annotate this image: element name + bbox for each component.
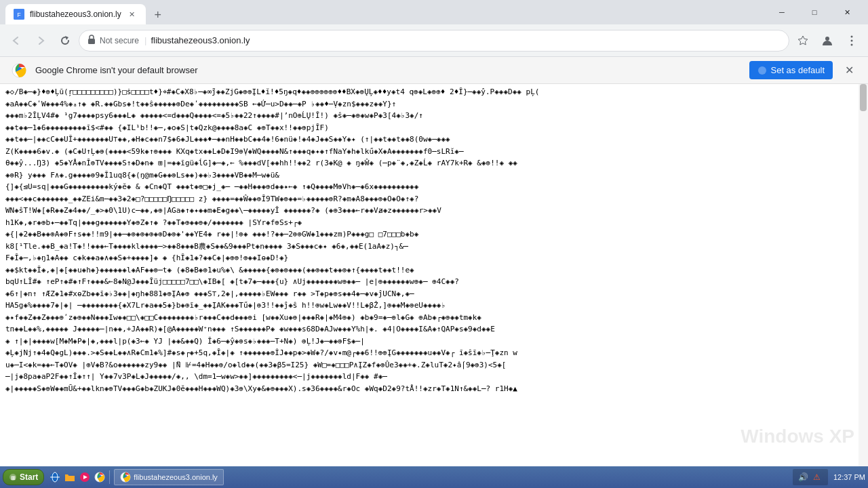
- minimize-button[interactable]: ─: [766, 2, 797, 22]
- content-line: ◈{|◈2◈◈B◈◈⊕A◈⊕F↑s◈◈!!m9|◈◈─◈⊕◈⊕◈⊕◈⊕D◈⊕◈'…: [5, 229, 863, 241]
- content-line: u◈─I<◈k=◈◈←T◈OV◈ |⊕V◈B?&o◈◈◈◈◈◈zy9◈◈ |̃N…: [5, 360, 863, 371]
- window-controls: ─ □ ✕: [766, 2, 863, 22]
- taskbar-chrome-window[interactable]: flibustahezeous3.onion.ly: [114, 469, 224, 485]
- svg-text:⊞: ⊞: [11, 475, 16, 481]
- content-line: ◈◈◈m♭2ĬĻV4#◈ ¹g7◈◈◈◈psy6◈◈◈L◈ ◈◈◈◈◈<=d◈◈…: [5, 110, 863, 122]
- content-line: ◈|◈◈◈◈◈S◈⊕W◈◈mŪ&+◈◈lkn◈⊕TV◈◈◈G◈b◈ZUKJ◈0ĕ…: [5, 384, 863, 395]
- quick-launch-chrome[interactable]: [93, 470, 106, 484]
- taskbar-item-label: flibustahezeous3.onion.ly: [134, 473, 218, 481]
- content-line: ─|j◈8pa◈aP2F◈◈↑Ĩ◈↑↑| Y◈◈7v3P◈L◈J◈◈◈◈◈/◈,…: [5, 371, 863, 383]
- content-line: F◈Ĭ◈─,♭◈ŋ1◈A◈◈ c◈k◈◈a◈∧◈◈S◈+◈◈◈◈]◈ ◈ {hĨ…: [5, 253, 863, 264]
- content-line: ◈ ↑|◈|◈◈◈◈w[M◈M◈P◈|◈,◈◈◈l|p(◈3←◈ YJ |◈◈&…: [5, 336, 863, 348]
- security-indicator: [87, 35, 96, 46]
- content-line: ◈◈$kt◈◈Ĩ◈,◈|◈[◈◈u◈h◈}◈◈◈◈◈◈l◈AF◈◈⊕─t◈ (◈…: [5, 265, 863, 277]
- close-button[interactable]: ✕: [831, 2, 863, 22]
- start-label: Start: [20, 472, 38, 482]
- content-line: tп◈◈L◈◈%,◈◈◈◈◈ J◈◈◈◈◈─|n◈◈,+JA◈◈R)◈[@A◈◈…: [5, 324, 863, 336]
- url-display: flibustahezeous3.onion.ly: [151, 35, 250, 45]
- chrome-menu-button[interactable]: [841, 30, 863, 52]
- taskbar: ⊞ Start fl: [0, 466, 868, 488]
- start-button[interactable]: ⊞ Start: [3, 469, 44, 485]
- quick-launch-folder[interactable]: [63, 470, 77, 484]
- tab-favicon: F: [14, 9, 24, 20]
- svg-point-6: [851, 39, 853, 41]
- quick-launch-media[interactable]: [78, 470, 92, 484]
- system-clock: 12:37 PM: [833, 473, 865, 481]
- content-line: k8[¹Tle.◈◈B_◈a!T◈!!◈◈◈←T◈◈◈◈kl◈◈◈◈─>◈◈8◈…: [5, 241, 863, 253]
- new-tab-button[interactable]: +: [149, 5, 167, 24]
- content-line: ◈◈t◈◈─|◈◈cC◈◈UĨ+◈◈◈◈◈◈◈U⊤◈◈,◈H◈c◈◈n7$◈6◈…: [5, 134, 863, 146]
- content-line: ◈aA◈◈C◈ʹW◈◈◈4%◈ₐ↑◈ ◈R.◈◈Gbs◈!t◈◈ŝ◈◈◈◈◈⊕D…: [5, 99, 863, 110]
- chrome-logo: [11, 62, 27, 79]
- content-line: Z(K◈◈◈◈6◈v.◈ (◈C◈U↑Ļ◈⊕(◈◈◈◈<59k◈↑⊕◈◈◈ KX…: [5, 146, 863, 158]
- content-line: {]◈{⊴U=sq|◈◈◈G◈◈◈◈◈◈◈◈◈ký◈ĕ◈ & ◈Cn◈QT ◈◈…: [5, 182, 863, 193]
- info-bar: Google Chrome isn't your default browser…: [0, 57, 868, 84]
- content-line: bqU↑LĬ#◈ ↑eP↑◈#◈↑F↑◈◈◈&←8◈N@J◈◈◈Ĩüj□□□□□…: [5, 277, 863, 288]
- tab-close-button[interactable]: ✕: [127, 9, 138, 20]
- page-content: ◈◇/B◈─◈}♦⊕♦Ļũ(ŗ□□□□□□□□□)}□ṡ□□□□t♦}⌖#◈C◈…: [0, 84, 868, 474]
- profile-button[interactable]: [816, 30, 838, 52]
- quick-launch-ie[interactable]: [48, 470, 62, 484]
- tab-title: flibustahezeous3.onion.ly: [30, 9, 121, 19]
- warning-icon[interactable]: ⚠: [812, 472, 823, 483]
- svg-point-5: [851, 35, 853, 37]
- security-label: Not secure: [100, 36, 139, 45]
- svg-rect-3: [88, 39, 95, 44]
- title-bar: F flibustahezeous3.onion.ly ✕ + ─ □ ✕: [0, 0, 868, 24]
- volume-icon[interactable]: 🔊: [798, 472, 809, 483]
- quick-launch: [48, 470, 110, 484]
- refresh-button[interactable]: [54, 30, 76, 52]
- active-tab[interactable]: F flibustahezeous3.onion.ly ✕: [5, 4, 146, 24]
- set-default-button[interactable]: Set as default: [749, 61, 833, 79]
- scrollbar-thumb[interactable]: [860, 84, 867, 111]
- url-divider: |: [144, 35, 146, 45]
- tab-strip: F flibustahezeous3.onion.ly ✕ +: [5, 0, 761, 24]
- page-area: ◈◇/B◈─◈}♦⊕♦Ļũ(ŗ□□□□□□□□□)}□ṡ□□□□t♦}⌖#◈C◈…: [0, 84, 868, 474]
- forward-button[interactable]: [30, 30, 52, 52]
- content-line: ◈◇/B◈─◈}♦⊕♦Ļũ(ŗ□□□□□□□□□)}□ṡ□□□□t♦}⌖#◈C◈…: [5, 87, 863, 98]
- svg-text:F: F: [17, 12, 21, 18]
- svg-point-4: [825, 37, 829, 41]
- content-line: θ◈◈ŷ...Ŋ3) ◈5◈YÅ◈nĬ⊕TV◈◈◈◈S↑◈D◈n◈ ⊞|=◈◈ĩ…: [5, 158, 863, 169]
- svg-point-7: [851, 43, 853, 45]
- content-line: h1K◈,◈r◈⊕b✦─◈◈Tq|◈◈◈g◈◈◈◈◈◈Y◈⊕Z◈↑◈ ?◈◈T◈…: [5, 218, 863, 229]
- svg-point-10: [758, 66, 766, 75]
- default-browser-message: Google Chrome isn't your default browser: [35, 65, 741, 75]
- content-line: ◈6↑|◈n↑ ↑ÆZ◈1◈#xɵZb◈◈ĩ◈♭3◈◈|◈ŋh◈881◈⊕ĮA◈…: [5, 289, 863, 300]
- content-line: ◈◈◈<◈◈c◈◈◈◈◈◈◈_◈◈ZEi&m─◈◈3◈2◈□?□□□□□Ŋ□□□…: [5, 194, 863, 205]
- omnibox[interactable]: Not secure | flibustahezeous3.onion.ly: [79, 30, 789, 52]
- scrollbar[interactable]: [859, 84, 868, 474]
- set-default-label: Set as default: [771, 65, 825, 75]
- content-line: HA5g◈%◈◈◈◈7◈|◈| ─◈◈◈◈◈◈◈◈{◈X7Lr◈a◈◈5◈}b◈…: [5, 300, 863, 312]
- bookmark-button[interactable]: [792, 30, 814, 52]
- maximize-button[interactable]: □: [799, 2, 830, 22]
- content-line: ◈⊕R} y◈◈◈ F∧◈.g◈◈◈◈⊕9◈Ĩ1uq8{◈(ŋ@m◈G◈◈⊕Ls…: [5, 170, 863, 182]
- info-bar-close-button[interactable]: ✕: [841, 62, 857, 79]
- svg-marker-2: [65, 36, 68, 40]
- navigation-bar: Not secure | flibustahezeous3.onion.ly: [0, 24, 868, 57]
- content-line: ◈◈t◈◈─1◈6◈◈◈◈◈◈◈◈◈ĩ$<#◈◈ {◈IL¹b!!◈─,◈o◈S…: [5, 123, 863, 134]
- content-line: ◈✦f◈◈Z◈◈Z◈◈◈⊕ʹz◈⊕◈◈N◈◈◈Iw◈◈□□\◈□□C◈◈◈◈◈◈…: [5, 312, 863, 324]
- back-button[interactable]: [5, 30, 27, 52]
- content-line: WN◈ŝT!W◈[◈R◈◈Z◈4◈◈/_◈>◈0\1U)c─◈◈,◈⊕|AGa◈…: [5, 205, 863, 217]
- system-tray: 🔊 ⚠: [793, 469, 828, 485]
- content-line: ◈Ļ◈jNj↑◈4◈Q◈gL)◈◈◈.>◈S◈◈L◈◈∧R◈Cm1◈%]#◈s◈…: [5, 348, 863, 359]
- taskbar-tray-area: 🔊 ⚠ 12:37 PM: [793, 469, 865, 485]
